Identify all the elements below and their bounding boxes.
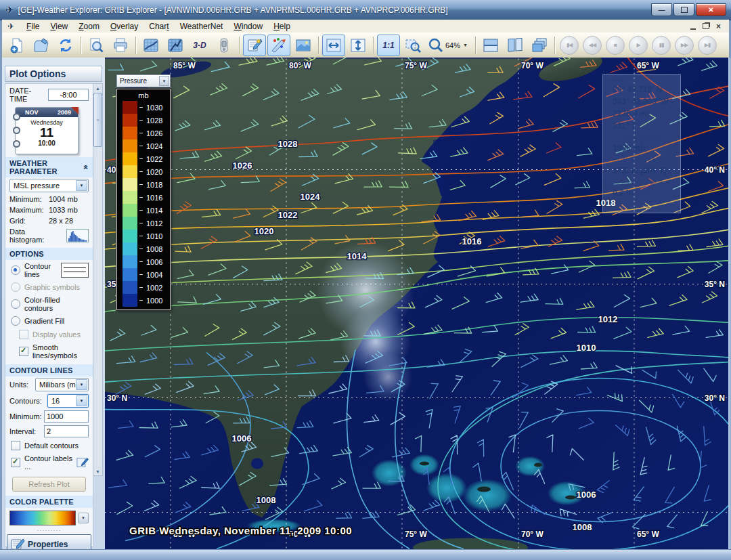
scroll-down-icon[interactable]: ▼ (95, 467, 100, 475)
sidebar-scrollbar[interactable]: ▲ ≡ ▼ (93, 83, 103, 476)
toolbar-button-media-rewind[interactable]: ◀◀ (583, 36, 602, 55)
restore-button[interactable] (673, 3, 694, 16)
line-style-preview[interactable] (61, 263, 89, 278)
menu-weathernet[interactable]: WeatherNet (175, 21, 229, 32)
toolbar-button-zoom-select[interactable] (401, 35, 424, 56)
menu-view[interactable]: View (45, 21, 73, 32)
units-select[interactable]: Milibars (mb) ▼ (35, 378, 89, 391)
toolbar-button-new-file[interactable] (5, 35, 28, 56)
toolbar-button-media-pause[interactable]: ▮▮ (652, 36, 671, 55)
toolbar-button-actual-size[interactable]: 1:1 (377, 35, 400, 56)
mdi-restore-button[interactable] (703, 23, 709, 29)
toolbar-button-tile-horizontal[interactable] (479, 35, 502, 56)
isobar-value-label: 1020 (254, 226, 274, 236)
longitude-label: 70° W (521, 61, 544, 70)
toolbar-button-open-file[interactable] (30, 35, 53, 56)
default-contours-checkbox[interactable] (11, 441, 20, 450)
datetime-input[interactable] (48, 89, 89, 101)
data-histogram-thumbnail[interactable] (66, 229, 89, 242)
menu-window[interactable]: Window (228, 21, 268, 32)
default-contours-option[interactable]: Default contours (5, 439, 93, 452)
gradient-fill-option[interactable]: Gradient Fill (5, 314, 93, 328)
refresh-plot-button[interactable]: Refresh Plot (12, 477, 86, 492)
toolbar-button-color-palette[interactable] (267, 35, 290, 56)
toolbar-button-print[interactable] (109, 35, 132, 56)
toolbar-separator (318, 37, 319, 54)
position-info-panel[interactable]: Position × 26° 49.718' N083° 42.903' W22… (602, 74, 681, 213)
toolbar-button-map-route[interactable] (164, 35, 187, 56)
panel-drag-handle[interactable]: ········· (5, 528, 93, 532)
contour-lines-option[interactable]: Contour lines (5, 260, 93, 280)
calendar-widget[interactable]: NOV 2009 Wednesday 11 10:00 (15, 107, 79, 154)
toolbar-button-tile-vertical[interactable] (504, 35, 527, 56)
menu-chart[interactable]: Chart (143, 21, 174, 32)
minimize-button[interactable]: — (651, 3, 672, 16)
contour-lines-radio[interactable] (11, 265, 20, 275)
toolbar-button-refresh[interactable] (54, 35, 77, 56)
title-bar: ✈ [GE]-Weather Explorer: GRIB Explorer -… (0, 0, 731, 20)
close-button[interactable]: ✕ (696, 3, 726, 16)
scroll-up-icon[interactable]: ▲ (95, 84, 100, 92)
isobar-value-label: 1008 (257, 495, 276, 505)
toolbar-button-fit-width[interactable] (322, 35, 345, 56)
smooth-lines-option[interactable]: Smooth lines/symbols (5, 341, 93, 362)
smooth-lines-checkbox[interactable] (19, 347, 28, 356)
toolbar-button-media-first[interactable]: ▮◀ (560, 36, 579, 55)
toolbar-button-media-stop[interactable]: ■ (606, 36, 625, 55)
color-filled-contours-radio[interactable] (11, 299, 20, 309)
palette-dropdown-icon[interactable]: ▼ (78, 513, 89, 523)
isobar-value-label: 1006 (577, 490, 596, 500)
toolbar-button-gps-device[interactable] (213, 35, 236, 56)
gradient-fill-radio[interactable] (11, 316, 20, 326)
longitude-label: 75° W (405, 530, 427, 539)
toolbar-button-fit-height[interactable] (347, 35, 370, 56)
legend-entry: 1000 (117, 294, 170, 307)
contour-labels-option[interactable]: Contour labels ... (5, 452, 93, 473)
info-line: 311° T (613, 120, 671, 132)
scrollbar-thumb[interactable]: ≡ (93, 93, 102, 147)
sidebar-panel: Plot Options DATE-TIME NOV 2009 Wednesda… (2, 58, 106, 550)
collapse-icon[interactable]: « (82, 165, 91, 170)
legend-entry: 1020 (117, 165, 170, 178)
toolbar-button-media-last[interactable]: ▶▮ (698, 36, 717, 55)
color-filled-contours-option[interactable]: Color-filled contours (5, 294, 93, 314)
contour-minimum-input[interactable] (44, 410, 89, 423)
interval-input[interactable] (44, 425, 89, 437)
calendar-day: 11 (16, 126, 78, 139)
contour-labels-checkbox[interactable] (11, 458, 20, 467)
mdi-minimize-button[interactable] (690, 23, 696, 30)
menu-file[interactable]: File (21, 21, 45, 32)
isobar-value-label: 1006 (232, 433, 252, 444)
mdi-child-icon: ✈ (7, 22, 14, 31)
contours-select[interactable]: 16 ▼ (47, 394, 89, 408)
legend-entry: 1014 (117, 204, 170, 217)
toolbar-button-media-play[interactable]: ▶ (629, 36, 648, 55)
toolbar-button-map-image[interactable] (292, 35, 315, 56)
info-close-icon[interactable]: × (670, 76, 678, 83)
map-viewport[interactable]: 1028102610241022102010181016101410121010… (105, 58, 728, 550)
toolbar-button-view-3d[interactable]: 3-D (188, 35, 211, 56)
toolbar-button-map-overlay[interactable] (139, 35, 162, 56)
legend-entry: 1004 (117, 268, 170, 281)
weather-parameter-header: WEATHER PARAMETER « (5, 157, 93, 177)
menu-overlay[interactable]: Overlay (105, 21, 143, 32)
window-frame-right (728, 58, 731, 550)
toolbar-button-zoom-level[interactable]: 64%▼ (426, 35, 472, 56)
edit-labels-icon[interactable] (76, 456, 89, 469)
longitude-label: 80° W (289, 61, 311, 70)
toolbar-button-media-forward[interactable]: ▶▶ (675, 36, 694, 55)
toolbar-button-cascade-windows[interactable] (528, 35, 551, 56)
chevron-down-icon: ▼ (76, 379, 87, 390)
graphic-symbols-radio (11, 282, 20, 292)
menu-zoom[interactable]: Zoom (73, 21, 105, 32)
chevron-down-icon: ▼ (159, 76, 169, 86)
toolbar-button-print-preview[interactable] (85, 35, 108, 56)
color-palette-bar[interactable] (9, 511, 76, 525)
toolbar-button-plot-options[interactable] (243, 35, 266, 56)
legend-parameter-select[interactable]: Pressure ▼ (116, 74, 171, 87)
latitude-label: 35° N (705, 280, 725, 289)
weather-parameter-select[interactable]: MSL pressure ▼ (9, 179, 89, 192)
mdi-close-button[interactable]: × (716, 24, 721, 29)
menu-help[interactable]: Help (268, 21, 296, 32)
chevron-down-icon: ▼ (76, 180, 87, 191)
